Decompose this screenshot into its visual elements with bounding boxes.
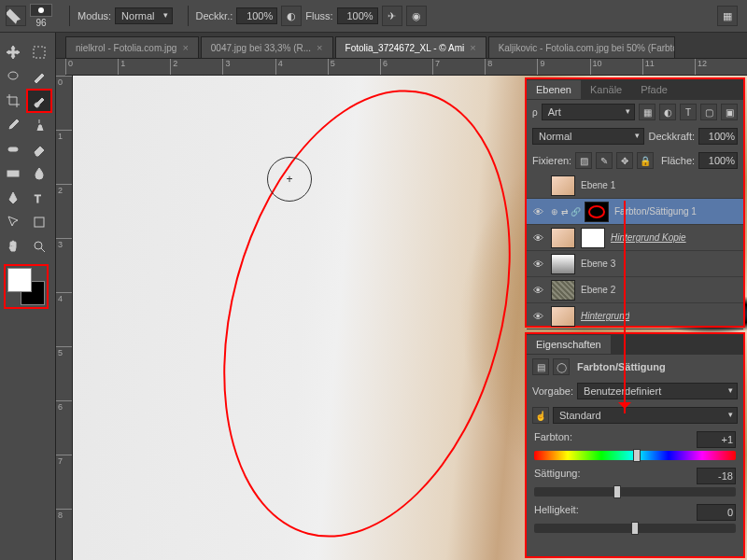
layer-name[interactable]: Ebene 3 (581, 259, 615, 269)
light-thumb[interactable] (631, 522, 639, 535)
lock-all-icon[interactable]: 🔒 (637, 152, 654, 169)
crop-tool[interactable] (0, 89, 26, 113)
close-icon[interactable]: × (317, 42, 322, 53)
shape-tool[interactable] (26, 210, 52, 234)
hand-tool[interactable] (0, 234, 26, 259)
sat-value[interactable]: -18 (697, 468, 736, 484)
visibility-icon[interactable] (530, 178, 545, 193)
move-tool[interactable] (0, 40, 26, 64)
light-value[interactable]: 0 (697, 504, 736, 521)
layer-thumb[interactable] (551, 228, 575, 248)
adjustment-name: Farbton/Sättigung (577, 361, 666, 372)
tool-preset-icon[interactable] (6, 6, 26, 26)
preset-select[interactable]: Benutzerdefiniert (577, 383, 738, 399)
layer-thumb[interactable] (585, 202, 609, 222)
document-tab[interactable]: 0047.jpg bei 33,3% (R...× (201, 36, 333, 58)
healing-tool[interactable] (0, 137, 26, 161)
zoom-tool[interactable] (26, 234, 52, 259)
layer-blend-select[interactable]: Normal (532, 128, 644, 145)
layer-name[interactable]: Ebene 1 (581, 180, 615, 190)
clone-tool[interactable] (26, 113, 52, 137)
wand-tool[interactable] (26, 64, 52, 89)
airbrush-icon[interactable]: ✈ (382, 6, 402, 26)
close-icon[interactable]: × (182, 42, 188, 53)
panel-toggle-icon[interactable]: ▦ (717, 6, 738, 26)
pressure-opacity-icon[interactable]: ◐ (281, 6, 302, 26)
sat-thumb[interactable] (613, 485, 621, 498)
document-tab[interactable]: nielkrol - Fotolia.com.jpg× (65, 36, 199, 58)
brush-preset-picker[interactable]: 96 (30, 4, 52, 28)
close-icon[interactable]: × (470, 42, 475, 53)
filter-smart-icon[interactable]: ▣ (721, 104, 738, 120)
layer-thumb[interactable] (551, 306, 575, 327)
color-swatches[interactable] (7, 268, 45, 305)
properties-tab[interactable]: Eigenschaften (527, 335, 611, 354)
range-select[interactable]: Standard (553, 407, 738, 424)
light-slider[interactable] (534, 524, 736, 533)
svg-text:T: T (35, 193, 41, 204)
brush-tool[interactable] (26, 89, 52, 113)
mask-icon[interactable]: ◯ (553, 358, 570, 375)
layer-thumb[interactable] (551, 280, 575, 301)
hue-value[interactable]: +1 (697, 431, 736, 448)
layer-name[interactable]: Hintergrund Kopie (611, 232, 686, 243)
eraser-tool[interactable] (26, 137, 52, 161)
panel-tab[interactable]: Pfade (631, 80, 677, 99)
filter-shape-icon[interactable]: ▢ (700, 104, 717, 120)
adjustment-icon[interactable]: ▤ (532, 358, 549, 375)
layer-row[interactable]: 👁Ebene 2 (527, 277, 743, 303)
layer-opacity-input[interactable]: 100% (698, 128, 738, 145)
marquee-tool[interactable] (26, 40, 52, 64)
preset-label: Vorgabe: (532, 385, 573, 397)
opacity-input[interactable]: 100% (236, 7, 277, 24)
visibility-icon[interactable]: 👁 (530, 309, 545, 324)
blend-mode-select[interactable]: Normal (115, 7, 172, 24)
panel-tab[interactable]: Kanäle (581, 80, 631, 99)
hue-slider[interactable] (534, 451, 736, 460)
flow-input[interactable]: 100% (337, 7, 378, 24)
layer-name[interactable]: Hintergrund (581, 311, 629, 321)
visibility-icon[interactable]: 👁 (530, 283, 545, 298)
blur-tool[interactable] (26, 161, 52, 186)
lock-paint-icon[interactable]: ✎ (596, 152, 613, 169)
layer-opacity-label: Deckkraft: (648, 131, 695, 142)
layer-row[interactable]: Ebene 1 (527, 173, 743, 199)
finger-icon[interactable]: ☝ (532, 407, 549, 424)
filter-adjust-icon[interactable]: ◐ (659, 104, 676, 120)
path-select-tool[interactable] (0, 210, 26, 234)
type-tool[interactable]: T (26, 186, 52, 210)
gradient-tool[interactable] (0, 161, 26, 186)
eyedropper-tool[interactable] (0, 113, 26, 137)
filter-type-icon[interactable]: T (680, 104, 697, 120)
layer-row[interactable]: 👁⊕ ⇄ 🔗Farbton/Sättigung 1 (527, 199, 743, 225)
visibility-icon[interactable]: 👁 (530, 231, 545, 245)
hue-thumb[interactable] (633, 449, 641, 462)
document-tab[interactable]: Kaljikovic - Fotolia.com.jpg bei 50% (Fa… (488, 36, 675, 58)
layer-fill-input[interactable]: 100% (698, 152, 738, 169)
mask-thumb[interactable] (581, 228, 605, 248)
sat-slider[interactable] (534, 487, 736, 497)
pressure-size-icon[interactable]: ◉ (406, 6, 427, 26)
layer-thumb[interactable] (551, 175, 575, 196)
lock-move-icon[interactable]: ✥ (616, 152, 633, 169)
visibility-icon[interactable]: 👁 (530, 204, 545, 219)
pen-tool[interactable] (0, 186, 26, 210)
layer-row[interactable]: 👁Ebene 3 (527, 251, 743, 277)
layer-thumb[interactable] (551, 254, 575, 274)
lock-trans-icon[interactable]: ▨ (575, 152, 592, 169)
foreground-swatch[interactable] (7, 268, 32, 292)
layer-filter-select[interactable]: Art (542, 104, 635, 120)
hue-label: Farbton: (534, 431, 572, 448)
layer-row[interactable]: 👁Hintergrund (527, 303, 743, 329)
sat-label: Sättigung: (534, 468, 581, 484)
layer-name[interactable]: Ebene 2 (581, 285, 615, 295)
panel-tab[interactable]: Ebenen (527, 80, 581, 99)
layer-row[interactable]: 👁Hintergrund Kopie (527, 225, 743, 251)
layers-panel: EbenenKanälePfade ρ Art ▦ ◐ T ▢ ▣ Normal… (525, 77, 745, 328)
layer-name[interactable]: Farbton/Sättigung 1 (614, 206, 697, 217)
toolbox: T (0, 33, 56, 560)
lasso-tool[interactable] (0, 64, 26, 89)
filter-image-icon[interactable]: ▦ (639, 104, 655, 120)
document-tab[interactable]: Fotolia_3724672_XL - © Ami× (335, 36, 486, 58)
visibility-icon[interactable]: 👁 (530, 257, 545, 272)
